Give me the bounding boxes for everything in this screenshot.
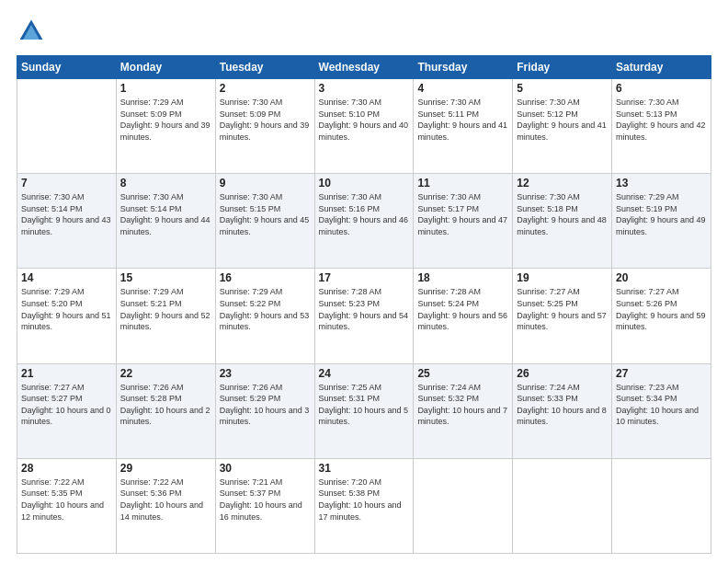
day-info: Sunrise: 7:20 AMSunset: 5:38 PMDaylight:… [319, 477, 410, 523]
calendar-cell: 3Sunrise: 7:30 AMSunset: 5:10 PMDaylight… [314, 79, 414, 174]
day-info: Sunrise: 7:30 AMSunset: 5:16 PMDaylight:… [319, 191, 410, 237]
day-number: 29 [120, 462, 211, 475]
day-number: 25 [417, 367, 508, 380]
calendar-cell: 15Sunrise: 7:29 AMSunset: 5:21 PMDayligh… [116, 269, 215, 363]
day-info: Sunrise: 7:30 AMSunset: 5:17 PMDaylight:… [417, 191, 508, 237]
header [17, 17, 711, 46]
day-number: 24 [319, 367, 410, 380]
day-number: 27 [616, 367, 707, 380]
day-info: Sunrise: 7:22 AMSunset: 5:36 PMDaylight:… [120, 477, 211, 523]
day-info: Sunrise: 7:29 AMSunset: 5:22 PMDaylight:… [220, 286, 311, 332]
calendar-cell: 10Sunrise: 7:30 AMSunset: 5:16 PMDayligh… [314, 174, 414, 269]
calendar-cell: 9Sunrise: 7:30 AMSunset: 5:15 PMDaylight… [215, 174, 314, 269]
calendar-cell: 16Sunrise: 7:29 AMSunset: 5:22 PMDayligh… [215, 269, 314, 363]
day-info: Sunrise: 7:29 AMSunset: 5:19 PMDaylight:… [616, 191, 707, 237]
day-number: 9 [220, 177, 311, 190]
day-info: Sunrise: 7:27 AMSunset: 5:26 PMDaylight:… [616, 286, 707, 332]
calendar-cell: 19Sunrise: 7:27 AMSunset: 5:25 PMDayligh… [513, 269, 612, 363]
day-info: Sunrise: 7:28 AMSunset: 5:23 PMDaylight:… [319, 286, 410, 332]
day-number: 5 [517, 82, 608, 95]
day-info: Sunrise: 7:27 AMSunset: 5:27 PMDaylight:… [21, 382, 112, 428]
calendar-cell: 26Sunrise: 7:24 AMSunset: 5:33 PMDayligh… [513, 363, 612, 458]
day-info: Sunrise: 7:30 AMSunset: 5:10 PMDaylight:… [319, 97, 410, 143]
day-number: 12 [517, 177, 608, 190]
day-number: 19 [517, 271, 608, 284]
day-info: Sunrise: 7:30 AMSunset: 5:15 PMDaylight:… [220, 191, 311, 237]
calendar-cell: 18Sunrise: 7:28 AMSunset: 5:24 PMDayligh… [414, 269, 513, 363]
day-number: 16 [220, 271, 311, 284]
calendar-cell: 30Sunrise: 7:21 AMSunset: 5:37 PMDayligh… [215, 458, 314, 553]
calendar-week-row: 28Sunrise: 7:22 AMSunset: 5:35 PMDayligh… [17, 458, 711, 553]
day-info: Sunrise: 7:26 AMSunset: 5:28 PMDaylight:… [120, 382, 211, 428]
day-info: Sunrise: 7:22 AMSunset: 5:35 PMDaylight:… [21, 477, 112, 523]
calendar-cell: 21Sunrise: 7:27 AMSunset: 5:27 PMDayligh… [17, 363, 117, 458]
calendar-cell: 1Sunrise: 7:29 AMSunset: 5:09 PMDaylight… [116, 79, 215, 174]
page: SundayMondayTuesdayWednesdayThursdayFrid… [0, 0, 728, 563]
calendar-cell [612, 458, 711, 553]
day-number: 31 [319, 462, 410, 475]
day-number: 30 [220, 462, 311, 475]
calendar-cell: 7Sunrise: 7:30 AMSunset: 5:14 PMDaylight… [17, 174, 117, 269]
calendar-cell: 24Sunrise: 7:25 AMSunset: 5:31 PMDayligh… [314, 363, 414, 458]
weekday-header-tuesday: Tuesday [215, 56, 314, 79]
day-info: Sunrise: 7:30 AMSunset: 5:13 PMDaylight:… [616, 97, 707, 143]
day-info: Sunrise: 7:21 AMSunset: 5:37 PMDaylight:… [220, 477, 311, 523]
weekday-header-saturday: Saturday [612, 56, 711, 79]
calendar-cell: 14Sunrise: 7:29 AMSunset: 5:20 PMDayligh… [17, 269, 117, 363]
logo [17, 17, 51, 46]
calendar-cell: 20Sunrise: 7:27 AMSunset: 5:26 PMDayligh… [612, 269, 711, 363]
calendar-cell: 4Sunrise: 7:30 AMSunset: 5:11 PMDaylight… [414, 79, 513, 174]
calendar-cell: 28Sunrise: 7:22 AMSunset: 5:35 PMDayligh… [17, 458, 117, 553]
day-number: 11 [417, 177, 508, 190]
calendar-cell [17, 79, 117, 174]
calendar-cell: 22Sunrise: 7:26 AMSunset: 5:28 PMDayligh… [116, 363, 215, 458]
calendar-cell: 11Sunrise: 7:30 AMSunset: 5:17 PMDayligh… [414, 174, 513, 269]
calendar-cell: 29Sunrise: 7:22 AMSunset: 5:36 PMDayligh… [116, 458, 215, 553]
day-number: 26 [517, 367, 608, 380]
day-number: 22 [120, 367, 211, 380]
logo-icon [17, 17, 46, 46]
calendar-table: SundayMondayTuesdayWednesdayThursdayFrid… [17, 55, 711, 554]
day-info: Sunrise: 7:30 AMSunset: 5:18 PMDaylight:… [517, 191, 608, 237]
day-number: 18 [417, 271, 508, 284]
calendar-week-row: 14Sunrise: 7:29 AMSunset: 5:20 PMDayligh… [17, 269, 711, 363]
calendar-cell: 27Sunrise: 7:23 AMSunset: 5:34 PMDayligh… [612, 363, 711, 458]
day-number: 20 [616, 271, 707, 284]
day-info: Sunrise: 7:25 AMSunset: 5:31 PMDaylight:… [319, 382, 410, 428]
day-info: Sunrise: 7:30 AMSunset: 5:14 PMDaylight:… [120, 191, 211, 237]
calendar-cell: 6Sunrise: 7:30 AMSunset: 5:13 PMDaylight… [612, 79, 711, 174]
weekday-header-wednesday: Wednesday [314, 56, 414, 79]
weekday-header-monday: Monday [116, 56, 215, 79]
calendar-cell: 17Sunrise: 7:28 AMSunset: 5:23 PMDayligh… [314, 269, 414, 363]
day-info: Sunrise: 7:26 AMSunset: 5:29 PMDaylight:… [220, 382, 311, 428]
day-info: Sunrise: 7:28 AMSunset: 5:24 PMDaylight:… [417, 286, 508, 332]
calendar-week-row: 7Sunrise: 7:30 AMSunset: 5:14 PMDaylight… [17, 174, 711, 269]
day-info: Sunrise: 7:30 AMSunset: 5:12 PMDaylight:… [517, 97, 608, 143]
calendar-cell [513, 458, 612, 553]
day-number: 21 [21, 367, 112, 380]
day-number: 23 [220, 367, 311, 380]
day-number: 4 [417, 82, 508, 95]
day-info: Sunrise: 7:24 AMSunset: 5:33 PMDaylight:… [517, 382, 608, 428]
day-info: Sunrise: 7:29 AMSunset: 5:20 PMDaylight:… [21, 286, 112, 332]
calendar-cell: 25Sunrise: 7:24 AMSunset: 5:32 PMDayligh… [414, 363, 513, 458]
day-info: Sunrise: 7:30 AMSunset: 5:09 PMDaylight:… [220, 97, 311, 143]
day-info: Sunrise: 7:27 AMSunset: 5:25 PMDaylight:… [517, 286, 608, 332]
day-number: 15 [120, 271, 211, 284]
day-info: Sunrise: 7:30 AMSunset: 5:14 PMDaylight:… [21, 191, 112, 237]
calendar-cell: 31Sunrise: 7:20 AMSunset: 5:38 PMDayligh… [314, 458, 414, 553]
calendar-cell: 12Sunrise: 7:30 AMSunset: 5:18 PMDayligh… [513, 174, 612, 269]
calendar-cell [414, 458, 513, 553]
day-number: 10 [319, 177, 410, 190]
day-info: Sunrise: 7:24 AMSunset: 5:32 PMDaylight:… [417, 382, 508, 428]
day-number: 17 [319, 271, 410, 284]
day-info: Sunrise: 7:30 AMSunset: 5:11 PMDaylight:… [417, 97, 508, 143]
day-number: 13 [616, 177, 707, 190]
day-info: Sunrise: 7:23 AMSunset: 5:34 PMDaylight:… [616, 382, 707, 428]
day-number: 28 [21, 462, 112, 475]
day-number: 2 [220, 82, 311, 95]
day-info: Sunrise: 7:29 AMSunset: 5:21 PMDaylight:… [120, 286, 211, 332]
calendar-cell: 5Sunrise: 7:30 AMSunset: 5:12 PMDaylight… [513, 79, 612, 174]
calendar-header-row: SundayMondayTuesdayWednesdayThursdayFrid… [17, 56, 711, 79]
weekday-header-sunday: Sunday [17, 56, 117, 79]
